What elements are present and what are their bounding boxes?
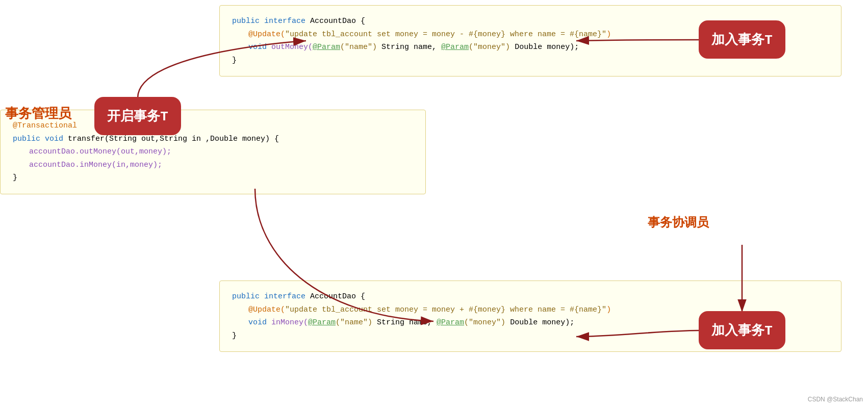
left-code-line4: } — [13, 171, 413, 185]
left-code-line2: accountDao.outMoney(out,money); — [29, 145, 413, 159]
watermark: CSDN @StackChan — [808, 396, 863, 403]
left-code-line3: accountDao.inMoney(in,money); — [29, 159, 413, 172]
main-container: public interface public interface Accoun… — [0, 0, 868, 408]
left-code-line1: public void transfer(String out,String i… — [13, 133, 413, 146]
label-manager: 事务管理员 — [5, 105, 71, 122]
label-coordinator: 事务协调员 — [648, 214, 709, 231]
left-code-annotation: @Transactional — [13, 119, 413, 133]
tx-join-bottom-box: 加入事务T — [699, 311, 785, 349]
tx-join-top-box: 加入事务T — [699, 20, 785, 59]
tx-start-box: 开启事务T — [94, 97, 181, 135]
bottom-code-line1: public interface AccountDao { — [232, 290, 829, 303]
